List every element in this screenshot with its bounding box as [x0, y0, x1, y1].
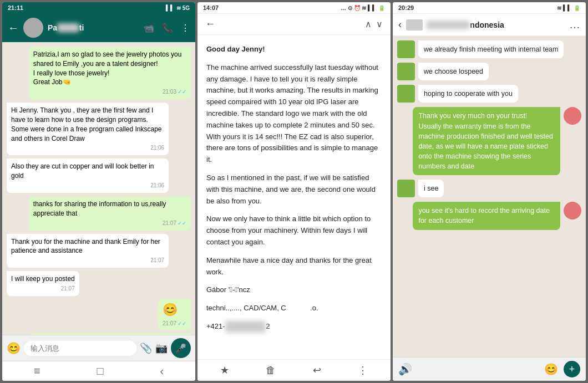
avatar	[23, 18, 43, 38]
paragraph-4: Menawhile have a nice day and thanks for…	[206, 255, 382, 278]
emoji-button[interactable]: 😊	[7, 341, 21, 355]
more-options-icon[interactable]: ⋮	[358, 364, 368, 376]
status-icons-left: ▍▍ ≋ 5G	[166, 5, 190, 11]
sender-thumbnail	[397, 85, 415, 103]
message-text: Also they are cut in copper and will loo…	[11, 162, 154, 180]
right-chat-header: ‹ ████████ndonesia …	[393, 14, 586, 36]
message-bubble: i see	[418, 180, 444, 197]
message-item: I will keep you posted 21:07	[7, 271, 79, 296]
menu-nav-icon[interactable]: ≡	[34, 365, 40, 377]
back-button-middle[interactable]: ←	[205, 18, 215, 30]
signature-name: Gábor '᷊-᷊'ncz	[206, 284, 382, 296]
paragraph-1: The machine arrived successfully last tu…	[206, 62, 382, 166]
right-message-item: Thank you very much on your trust!Usuall…	[397, 107, 581, 175]
contact-avatar-blurred	[406, 19, 423, 30]
header-icons: 📹 📞 ⋮	[143, 23, 190, 33]
contact-name-left: Pa████ti	[48, 23, 139, 32]
message-item: Thank you for the machine and thank Emil…	[7, 234, 169, 268]
back-button-right[interactable]: ‹	[398, 19, 402, 30]
up-chevron-icon[interactable]: ∧	[365, 19, 372, 29]
mic-button[interactable]: 🎤	[171, 338, 191, 358]
paragraph-3: Now we only have to think a little bit w…	[206, 213, 382, 248]
right-message-item: we choose lospeed	[397, 63, 581, 80]
message-text: i see	[424, 185, 438, 192]
input-bar-left: 😊 📎 📷 🎤	[2, 335, 195, 361]
right-messages-area: we already finish meeting with internal …	[393, 36, 586, 357]
message-text: 😊	[163, 303, 178, 316]
message-text: Thank you for the machine and thank Emil…	[11, 238, 160, 255]
email-body: Good day Jenny! The machine arrived succ…	[197, 35, 391, 359]
message-item: thanks for sharing the information to us…	[29, 196, 191, 231]
status-icons-right: ≋ ▍▍ 🔋	[557, 5, 580, 11]
status-icons-middle: … ⊙ ⏰ ≋ ▍▍ 🔋	[341, 5, 385, 11]
right-message-item: we already finish meeting with internal …	[397, 40, 581, 58]
video-icon[interactable]: 📹	[143, 23, 154, 33]
right-panel: 20:29 ≋ ▍▍ 🔋 ‹ ████████ndonesia … we alr…	[393, 2, 586, 381]
home-nav-icon[interactable]: □	[97, 365, 103, 377]
chat-header-left: ← Pa████ti 📹 📞 ⋮	[2, 13, 195, 42]
more-options-right[interactable]: …	[569, 18, 580, 31]
back-arrow-icon[interactable]: ←	[8, 22, 19, 34]
emoji-icon-right[interactable]: 😊	[544, 362, 558, 376]
message-bubble: we already finish meeting with internal …	[418, 40, 564, 58]
sender-thumbnail-self	[564, 107, 581, 125]
phone-icon[interactable]: 📞	[162, 23, 173, 33]
signature-company: techni..,...., CAD/CAM, C .o.	[206, 303, 382, 314]
right-message-item: you see it's hard to record the arriving…	[397, 202, 581, 229]
time-right: 20:29	[398, 4, 414, 11]
message-item: Also they are cut in copper and will loo…	[7, 159, 169, 193]
email-toolbar: ★ 🗑 ↩ ⋮	[197, 359, 391, 381]
sender-thumbnail-self	[564, 202, 581, 219]
middle-panel: 14:07 … ⊙ ⏰ ≋ ▍▍ 🔋 ← ∧ ∨ Good day Jenny!…	[197, 2, 391, 381]
message-item: 😊 21:07✓✓	[158, 299, 191, 330]
message-item: Patrizia,I am so glad to see the jewelry…	[29, 47, 191, 99]
delete-icon[interactable]: 🗑	[266, 365, 276, 376]
time-middle: 14:07	[203, 4, 219, 11]
message-item: Hi Jenny. Thank you , they are the first…	[7, 103, 169, 155]
camera-icon[interactable]: 📷	[155, 342, 168, 354]
add-button-right[interactable]: +	[564, 361, 580, 377]
sender-thumbnail	[397, 40, 415, 58]
navigation-chevrons: ∧ ∨	[365, 19, 383, 29]
message-text: thanks for sharing the information to us…	[33, 200, 166, 217]
greeting: Good day Jenny!	[206, 45, 265, 53]
message-bubble: Thank you very much on your trust!Usuall…	[413, 107, 560, 175]
message-text: Thank you very much on your trust!Usuall…	[418, 112, 553, 170]
message-text: hoping to cooperate with you	[424, 90, 513, 98]
message-item: maybe one day can ask you to make a desi…	[29, 333, 191, 335]
right-message-item: i see	[397, 180, 581, 197]
message-text: Patrizia,I am so glad to see the jewelry…	[33, 50, 181, 86]
down-chevron-icon[interactable]: ∨	[376, 19, 383, 29]
message-bubble: you see it's hard to record the arriving…	[413, 202, 560, 229]
message-bubble: hoping to cooperate with you	[418, 85, 518, 103]
left-panel: 21:11 ▍▍ ≋ 5G ← Pa████ti 📹 📞 ⋮ Patrizia,…	[2, 2, 195, 381]
signature-phone: +421-████████2	[206, 321, 382, 333]
status-bar-middle: 14:07 … ⊙ ⏰ ≋ ▍▍ 🔋	[197, 2, 391, 14]
status-bar-right: 20:29 ≋ ▍▍ 🔋	[393, 2, 586, 14]
right-input-bar: 🔊 😊 +	[393, 357, 586, 381]
back-nav-icon[interactable]: ‹	[160, 365, 164, 377]
attach-icon[interactable]: 📎	[140, 342, 152, 354]
middle-header: ← ∧ ∨	[197, 14, 391, 35]
messages-area-left: Patrizia,I am so glad to see the jewelry…	[2, 42, 195, 335]
message-text: I will keep you posted	[11, 275, 75, 283]
message-text: we already finish meeting with internal …	[424, 45, 558, 53]
menu-icon[interactable]: ⋮	[181, 23, 190, 33]
message-text: you see it's hard to record the arriving…	[418, 207, 550, 224]
reply-icon[interactable]: ↩	[313, 364, 321, 376]
message-text: Hi Jenny. Thank you , they are the first…	[11, 106, 161, 142]
time-left: 21:11	[8, 4, 23, 11]
status-bar-left: 21:11 ▍▍ ≋ 5G	[2, 2, 195, 13]
audio-icon[interactable]: 🔊	[398, 362, 412, 376]
message-bubble: we choose lospeed	[418, 63, 489, 80]
paragraph-2: So as I mentioned in the past, if we wil…	[206, 172, 382, 207]
sender-thumbnail	[397, 63, 415, 80]
contact-name-right: ████████ndonesia	[426, 21, 565, 29]
star-icon[interactable]: ★	[220, 364, 229, 376]
sender-thumbnail	[397, 180, 415, 197]
nav-bar-left: ≡ □ ‹	[2, 361, 195, 381]
right-message-item: hoping to cooperate with you	[397, 85, 581, 103]
message-input[interactable]	[24, 341, 136, 356]
message-text: we choose lospeed	[424, 68, 483, 75]
